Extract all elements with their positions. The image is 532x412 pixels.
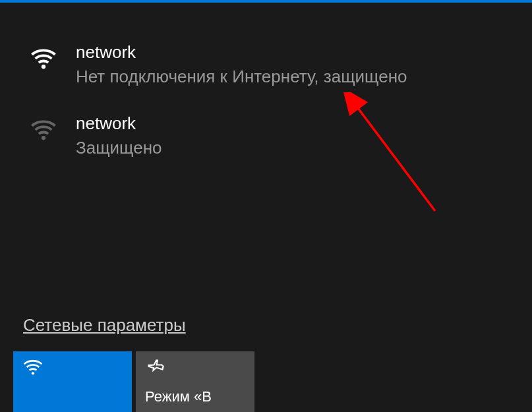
quick-actions: Режим «В	[0, 351, 532, 412]
network-name: network	[76, 113, 509, 134]
airplane-icon	[145, 358, 166, 376]
network-info: network Нет подключения к Интернету, защ…	[76, 42, 509, 87]
svg-point-4	[32, 372, 34, 374]
network-list: network Нет подключения к Интернету, защ…	[0, 3, 532, 178]
svg-point-1	[42, 136, 45, 140]
wifi-icon	[22, 358, 44, 376]
wifi-icon	[30, 45, 57, 73]
airplane-tile-label: Режим «В	[145, 388, 245, 405]
wifi-tile[interactable]	[13, 351, 132, 412]
network-settings-link[interactable]: Сетевые параметры	[0, 305, 209, 351]
network-name: network	[76, 42, 509, 63]
settings-section: Сетевые параметры Режим «В	[0, 305, 532, 412]
wifi-icon	[30, 116, 57, 144]
network-item-connected[interactable]: network Нет подключения к Интернету, защ…	[0, 36, 532, 107]
network-info: network Защищено	[76, 113, 509, 158]
network-status: Защищено	[76, 138, 509, 158]
svg-point-0	[42, 65, 45, 69]
airplane-mode-tile[interactable]: Режим «В	[136, 351, 254, 412]
network-status: Нет подключения к Интернету, защищено	[76, 67, 509, 87]
network-item-available[interactable]: network Защищено	[0, 107, 532, 178]
